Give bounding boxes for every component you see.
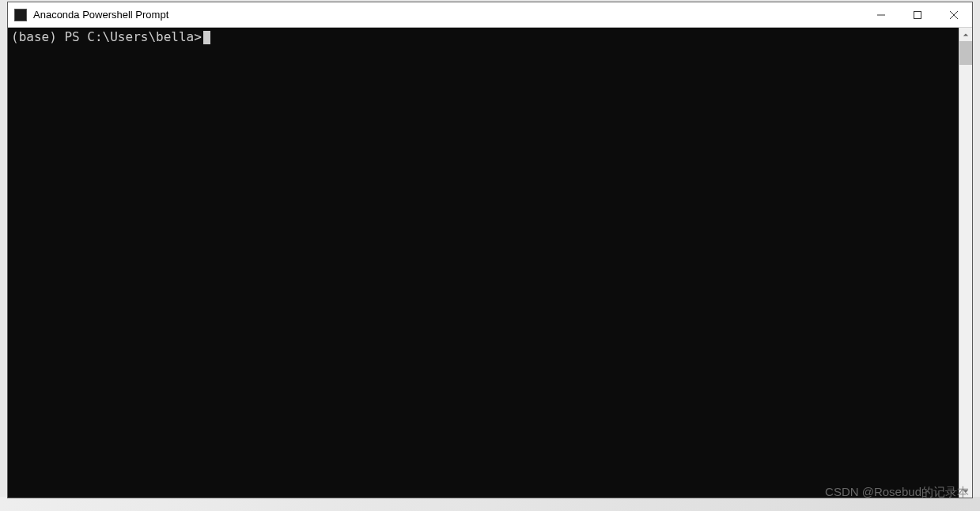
titlebar[interactable]: Anaconda Powershell Prompt xyxy=(8,2,972,28)
close-icon xyxy=(950,11,958,19)
terminal-content[interactable]: (base) PS C:\Users\bella> xyxy=(8,28,959,498)
vertical-scrollbar[interactable] xyxy=(959,28,972,498)
chevron-down-icon xyxy=(963,488,969,494)
minimize-icon xyxy=(877,11,885,19)
scroll-thumb[interactable] xyxy=(959,41,972,65)
chevron-up-icon xyxy=(963,32,969,38)
terminal-app-icon xyxy=(14,9,27,21)
minimize-button[interactable] xyxy=(863,2,899,27)
text-cursor xyxy=(203,31,210,44)
window-controls xyxy=(863,2,972,27)
svg-rect-0 xyxy=(914,11,921,18)
scroll-up-button[interactable] xyxy=(959,28,972,41)
desktop-background-strip xyxy=(0,497,980,511)
maximize-button[interactable] xyxy=(899,2,936,27)
maximize-icon xyxy=(914,11,921,19)
terminal-area: (base) PS C:\Users\bella> xyxy=(8,28,972,498)
scroll-track[interactable] xyxy=(959,41,972,484)
app-window: Anaconda Powershell Prompt (base) PS C:\… xyxy=(7,2,973,498)
titlebar-left: Anaconda Powershell Prompt xyxy=(8,9,863,21)
scroll-down-button[interactable] xyxy=(959,484,972,498)
window-title: Anaconda Powershell Prompt xyxy=(33,9,168,21)
close-button[interactable] xyxy=(936,2,972,27)
prompt-text: (base) PS C:\Users\bella> xyxy=(11,29,202,44)
